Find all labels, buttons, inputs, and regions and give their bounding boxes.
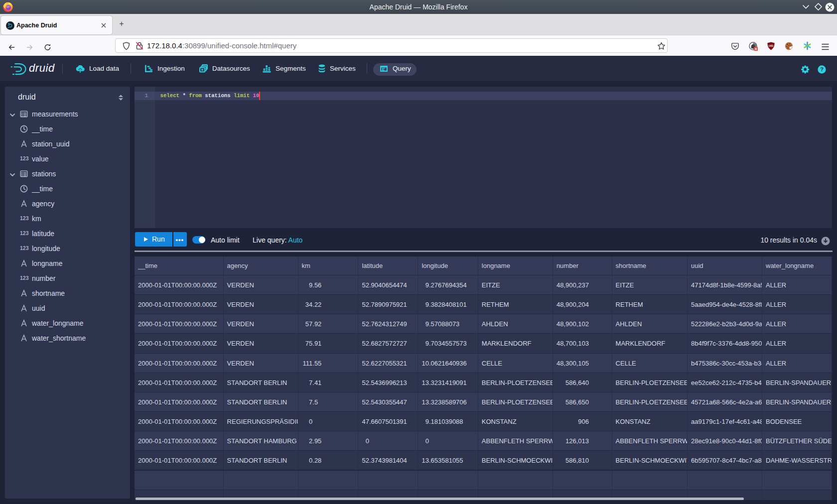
svg-text:UO: UO: [769, 44, 773, 47]
svg-text:?: ?: [820, 66, 824, 72]
